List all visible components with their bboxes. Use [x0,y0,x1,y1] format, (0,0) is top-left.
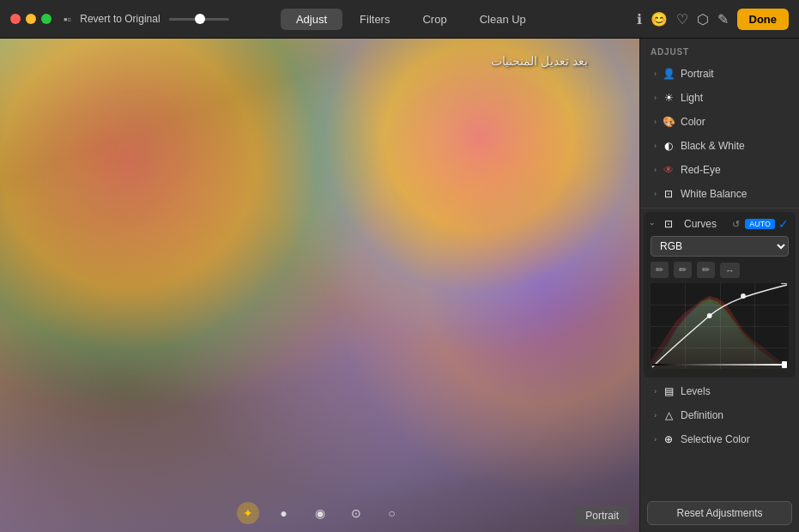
separator-curves [640,208,799,209]
chevron-portrait-icon: › [654,70,657,78]
brightness-slider[interactable] [169,18,229,21]
share-icon[interactable]: ⬡ [697,11,709,27]
window-icon: ▪▫ [64,13,71,26]
definition-icon: △ [662,408,675,422]
rgb-select[interactable]: RGB Red Green Blue [651,236,789,257]
heart-icon[interactable]: ♡ [676,11,688,27]
curves-graph[interactable] [651,283,789,369]
redeye-icon: 👁 [662,163,675,177]
reset-adjustments-button[interactable]: Reset Adjustments [647,501,792,525]
chevron-light-icon: › [654,94,657,102]
chevron-redeye-icon: › [654,166,657,174]
annotation-text: بعد تعديل المنحنيات [491,54,588,68]
main-layout: بعد تعديل المنحنيات ✦ [0,39,799,532]
curves-check-icon: ✓ [778,217,789,231]
bottom-tool-star[interactable]: ✦ [237,502,259,524]
photo-canvas: بعد تعديل المنحنيات [0,39,639,532]
adjust-item-wb[interactable]: › ⊡ White Balance [644,182,796,206]
curve-tool-point[interactable]: ✏ [651,262,669,278]
titlebar: ▪▫ Revert to Original Adjust Filters Cro… [0,0,799,39]
curves-reset-icon[interactable]: ↺ [732,219,740,230]
bottom-tool-circle-fill[interactable]: ● [273,502,295,524]
tab-crop[interactable]: Crop [407,9,462,30]
maximize-button[interactable] [41,14,51,24]
info-icon[interactable]: ℹ [637,11,642,27]
right-panel: ADJUST › 👤 Portrait › ☀ Light › 🎨 Color … [639,39,799,532]
chevron-bw-icon: › [654,142,657,150]
svg-point-4 [741,293,746,299]
annotation-line [587,86,588,112]
curve-tool-sample-shadow[interactable]: ✏ [674,262,692,278]
bottom-tool-circle-small[interactable]: ○ [381,502,403,524]
adjust-item-redeye[interactable]: › 👁 Red-Eye [644,158,796,182]
adjust-item-definition[interactable]: › △ Definition [644,403,796,427]
levels-label: Levels [681,385,785,397]
slider-thumb [195,14,205,24]
grid-v-3 [754,283,755,369]
portrait-icon: 👤 [662,67,675,81]
definition-label: Definition [681,409,785,421]
selective-color-label: Selective Color [681,433,785,445]
curves-title: Curves [684,218,729,230]
traffic-lights [10,14,51,24]
chevron-definition-icon: › [654,411,657,420]
tab-adjust[interactable]: Adjust [281,9,342,30]
curves-header: › ⊡ Curves ↺ AUTO ✓ [651,217,789,231]
bottom-tool-circle-dot[interactable]: ⊙ [345,502,367,524]
minimize-button[interactable] [26,14,36,24]
curves-section: › ⊡ Curves ↺ AUTO ✓ RGB Red Green Blue ✏… [644,212,796,378]
chevron-color-icon: › [654,118,657,126]
done-button[interactable]: Done [737,9,790,30]
svg-point-3 [707,313,712,318]
redeye-label: Red-Eye [681,164,785,176]
adjust-item-portrait[interactable]: › 👤 Portrait [644,62,796,86]
markup-icon[interactable]: ✎ [717,11,729,27]
chevron-wb-icon: › [654,190,657,198]
grid-v-2 [720,283,721,369]
pinwheel-overlay [0,39,639,532]
close-button[interactable] [10,14,21,24]
curve-tool-flip[interactable]: ↔ [720,263,740,278]
adjust-item-bw[interactable]: › ◐ Black & White [644,134,796,158]
toolbar-right: ℹ 😊 ♡ ⬡ ✎ Done [637,9,790,30]
bw-label: Black & White [681,140,785,152]
selective-color-icon: ⊕ [662,432,675,446]
levels-icon: ▤ [662,384,675,398]
adjust-item-levels[interactable]: › ▤ Levels [644,379,796,403]
curves-bottom-slider[interactable] [651,362,789,367]
panel-section-title: ADJUST [640,39,799,62]
bottom-toolbar: ✦ ● ◉ ⊙ ○ Portrait [0,494,639,532]
bw-icon: ◐ [662,139,675,153]
wb-label: White Balance [681,188,785,200]
nav-tabs: Adjust Filters Crop Clean Up [281,9,542,30]
chevron-curves-icon: › [648,223,657,226]
color-label: Color [681,116,785,128]
portrait-button[interactable]: Portrait [575,506,629,525]
window-controls: ▪▫ [64,13,71,26]
portrait-label: Portrait [681,68,785,80]
adjust-item-color[interactable]: › 🎨 Color [644,110,796,134]
tab-filters[interactable]: Filters [344,9,405,30]
chevron-selective-color-icon: › [654,435,657,444]
photo-annotation: بعد تعديل المنحنيات [491,54,588,68]
color-icon: 🎨 [662,115,675,129]
tab-cleanup[interactable]: Clean Up [464,9,542,30]
adjust-item-light[interactable]: › ☀ Light [644,86,796,110]
curves-section-icon: ⊡ [662,217,675,231]
curve-tool-sample-highlight[interactable]: ✏ [697,262,715,278]
light-icon: ☀ [662,91,675,105]
grid-v-1 [685,283,686,369]
curves-tools: ✏ ✏ ✏ ↔ [651,262,789,278]
bottom-tool-circle-stroke[interactable]: ◉ [309,502,331,524]
light-label: Light [681,92,785,104]
chevron-levels-icon: › [654,387,657,396]
emoji-icon[interactable]: 😊 [651,11,668,27]
photo-area: بعد تعديل المنحنيات ✦ [0,39,639,532]
wb-icon: ⊡ [662,187,675,201]
revert-button[interactable]: Revert to Original [80,13,160,25]
adjust-item-selective-color[interactable]: › ⊕ Selective Color [644,427,796,451]
curves-auto-button[interactable]: AUTO [745,219,775,229]
